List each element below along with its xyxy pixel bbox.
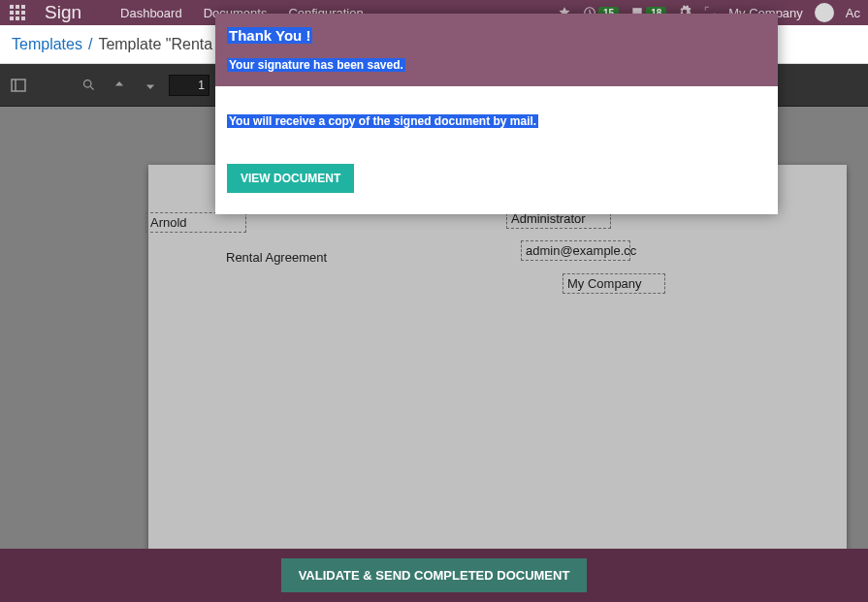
svg-rect-3 (10, 11, 14, 15)
breadcrumb-root[interactable]: Templates (12, 36, 82, 53)
svg-rect-8 (21, 16, 25, 20)
svg-rect-1 (16, 5, 19, 9)
app-brand[interactable]: Sign (45, 2, 81, 23)
svg-rect-5 (21, 11, 25, 15)
breadcrumb-current: Template "Renta (98, 36, 212, 53)
modal-message: You will receive a copy of the signed do… (227, 114, 538, 128)
modal-title: Thank You ! (227, 27, 312, 44)
validate-send-button[interactable]: VALIDATE & SEND COMPLETED DOCUMENT (281, 558, 588, 592)
page-number-input[interactable] (169, 75, 209, 96)
svg-rect-4 (16, 11, 19, 15)
svg-point-12 (83, 80, 91, 88)
view-document-button[interactable]: VIEW DOCUMENT (227, 164, 354, 193)
page-down-icon[interactable] (138, 73, 163, 98)
modal-body: You will receive a copy of the signed do… (215, 86, 778, 214)
nav-dashboard[interactable]: Dashboard (120, 6, 182, 20)
document-page: Arnold Administrator admin@example.cc My… (148, 165, 847, 549)
modal-subtitle: Your signature has been saved. (227, 58, 405, 72)
thankyou-modal: Thank You ! Your signature has been save… (215, 14, 778, 214)
field-company[interactable]: My Company (563, 273, 665, 294)
avatar[interactable] (815, 3, 834, 22)
field-admin-email[interactable]: admin@example.cc (521, 240, 630, 261)
svg-rect-6 (10, 16, 14, 20)
svg-rect-10 (12, 79, 25, 91)
bottom-bar: VALIDATE & SEND COMPLETED DOCUMENT (0, 549, 868, 602)
svg-line-13 (90, 86, 93, 89)
page-up-icon[interactable] (107, 73, 132, 98)
svg-rect-7 (16, 16, 19, 20)
apps-icon[interactable] (8, 3, 27, 22)
breadcrumb-sep: / (88, 36, 92, 53)
modal-header: Thank You ! Your signature has been save… (215, 14, 778, 86)
document-title-text: Rental Agreement (226, 250, 327, 265)
svg-rect-2 (21, 5, 25, 9)
search-icon[interactable] (76, 73, 101, 98)
svg-rect-0 (10, 5, 14, 9)
sidebar-toggle-icon[interactable] (6, 73, 31, 98)
field-first-name[interactable]: Arnold (145, 212, 246, 233)
user-short[interactable]: Ac (846, 6, 860, 20)
